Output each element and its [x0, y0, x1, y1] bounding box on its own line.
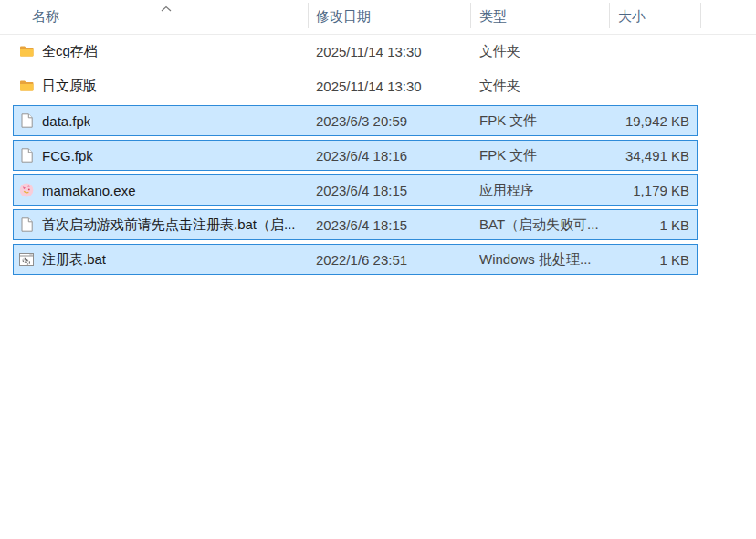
file-date-modified: 2023/6/4 18:15	[316, 183, 479, 198]
file-row[interactable]: 首次启动游戏前请先点击注册表.bat（启... 2023/6/4 18:15 B…	[0, 209, 756, 243]
file-type: Windows 批处理...	[479, 251, 616, 269]
app-icon	[19, 183, 34, 197]
folder-icon	[19, 79, 34, 93]
batch-file-icon	[19, 252, 34, 267]
file-row[interactable]: 日文原版 2025/11/14 13:30 文件夹	[0, 70, 756, 104]
file-name: data.fpk	[42, 113, 90, 129]
file-type: BAT（启动失败可...	[479, 217, 616, 234]
file-row[interactable]: mamakano.exe 2023/6/4 18:15 应用程序 1,179 K…	[0, 174, 756, 208]
file-date-modified: 2023/6/4 18:15	[316, 217, 479, 233]
column-header-size-label: 大小	[618, 8, 646, 24]
column-header-size[interactable]: 大小	[610, 0, 701, 34]
file-row[interactable]: data.fpk 2023/6/3 20:59 FPK 文件 19,942 KB	[0, 105, 756, 139]
file-name: 首次启动游戏前请先点击注册表.bat（启...	[42, 217, 296, 234]
file-type: 应用程序	[479, 182, 616, 199]
generic-file-icon	[19, 217, 34, 232]
file-type: 文件夹	[479, 43, 616, 60]
file-list: 全cg存档 2025/11/14 13:30 文件夹 日文原版	[0, 35, 756, 278]
file-size: 1 KB	[616, 252, 697, 268]
file-name: 注册表.bat	[42, 251, 106, 269]
file-name: FCG.fpk	[42, 148, 93, 164]
file-date-modified: 2025/11/14 13:30	[316, 44, 479, 59]
file-row[interactable]: FCG.fpk 2023/6/4 18:16 FPK 文件 34,491 KB	[0, 140, 756, 174]
file-size: 19,942 KB	[616, 113, 697, 129]
file-size: 1,179 KB	[616, 183, 697, 198]
column-header-type[interactable]: 类型	[471, 0, 610, 34]
file-type: FPK 文件	[479, 147, 616, 164]
column-header-date-label: 修改日期	[316, 8, 371, 24]
file-date-modified: 2025/11/14 13:30	[316, 79, 479, 94]
file-type: FPK 文件	[479, 112, 616, 130]
column-header-date-modified[interactable]: 修改日期	[309, 0, 471, 34]
file-size: 1 KB	[616, 217, 697, 233]
generic-file-icon	[19, 113, 34, 128]
file-date-modified: 2022/1/6 23:51	[316, 252, 479, 268]
column-header-name[interactable]: 名称	[0, 0, 309, 34]
file-name: 日文原版	[42, 78, 97, 95]
folder-icon	[19, 44, 34, 58]
generic-file-icon	[19, 148, 34, 163]
column-header-filler	[701, 0, 756, 34]
file-explorer-list-view: 名称 修改日期 类型 大小	[0, 0, 756, 539]
column-header-type-label: 类型	[479, 8, 507, 24]
column-header-name-label: 名称	[32, 8, 59, 24]
file-row[interactable]: 注册表.bat 2022/1/6 23:51 Windows 批处理... 1 …	[0, 244, 756, 278]
file-type: 文件夹	[479, 78, 616, 95]
file-date-modified: 2023/6/4 18:16	[316, 148, 479, 164]
file-name: 全cg存档	[42, 43, 98, 60]
file-name: mamakano.exe	[42, 183, 136, 198]
file-row[interactable]: 全cg存档 2025/11/14 13:30 文件夹	[0, 36, 756, 69]
file-size: 34,491 KB	[616, 148, 697, 164]
column-header-row: 名称 修改日期 类型 大小	[0, 0, 756, 35]
file-date-modified: 2023/6/3 20:59	[316, 113, 479, 129]
sort-ascending-icon	[160, 0, 173, 7]
